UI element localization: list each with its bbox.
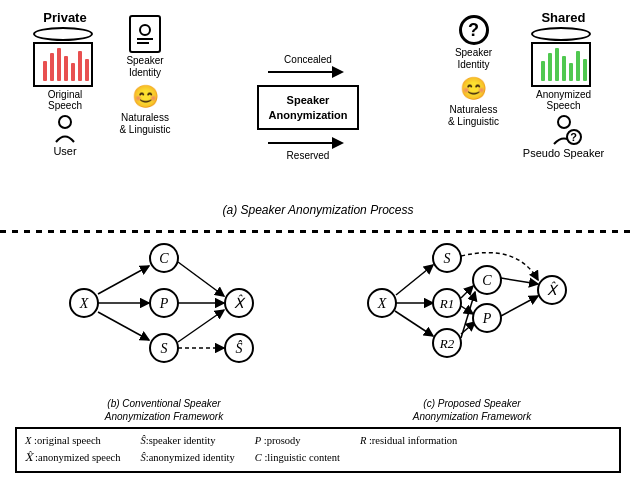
svg-line-30 bbox=[461, 322, 475, 334]
speaker-identity-right: ? SpeakerIdentity 😊 Naturaless& Linguist… bbox=[436, 15, 511, 128]
caption-a: (a) Speaker Anonymization Process bbox=[20, 203, 616, 217]
svg-point-0 bbox=[59, 116, 71, 128]
legend-col-4: R :residual information bbox=[360, 433, 457, 467]
pseudo-question-badge: ? bbox=[566, 129, 582, 145]
reserved-arrow-group: Reserved bbox=[268, 136, 348, 161]
smiley-right: 😊 bbox=[460, 76, 487, 102]
graph-b-svg: X C P S X̂ Ŝ bbox=[10, 238, 318, 368]
shared-label: Shared bbox=[541, 10, 585, 25]
private-group: Private OriginalSpeech bbox=[20, 10, 110, 157]
legend-p: P :prosody bbox=[255, 433, 340, 450]
cylinder-text: OriginalSpeech bbox=[48, 89, 82, 111]
svg-text:X: X bbox=[377, 296, 387, 311]
naturaless-left-label: Naturaless& Linguistic bbox=[119, 112, 170, 136]
question-circle-top: ? bbox=[459, 15, 489, 45]
shared-cylinder-lines bbox=[541, 46, 587, 81]
anonymization-box: SpeakerAnonymization bbox=[257, 85, 360, 130]
reserved-label: Reserved bbox=[287, 150, 330, 161]
speaker-identity-left-label: SpeakerIdentity bbox=[126, 55, 163, 79]
bottom-section: X C P S X̂ Ŝ (b) Conventional SpeakerAno… bbox=[0, 238, 636, 478]
svg-text:X: X bbox=[79, 296, 89, 311]
svg-text:C: C bbox=[482, 273, 492, 288]
svg-line-26 bbox=[501, 278, 538, 284]
reserved-arrow bbox=[268, 136, 348, 150]
svg-line-27 bbox=[461, 286, 473, 298]
private-label: Private bbox=[43, 10, 86, 25]
svg-point-3 bbox=[558, 116, 570, 128]
id-lines bbox=[137, 38, 153, 44]
dashed-divider bbox=[0, 230, 636, 233]
legend-col-2: Ŝ:speaker identity Ŝ:anonymized identity bbox=[141, 433, 235, 467]
svg-text:P: P bbox=[159, 296, 169, 311]
smiley-left: 😊 bbox=[132, 84, 159, 110]
svg-text:R1: R1 bbox=[439, 296, 454, 311]
cylinder-lines bbox=[43, 46, 89, 81]
concealed-arrow-group: Concealed bbox=[268, 54, 348, 79]
shared-cylinder-text: AnonymizedSpeech bbox=[536, 89, 591, 111]
svg-line-31 bbox=[501, 296, 538, 316]
arrow-anon-section: Concealed SpeakerAnonymization Reserved bbox=[180, 15, 436, 200]
shared-cylinder-body bbox=[531, 42, 591, 87]
concealed-arrow bbox=[268, 65, 348, 79]
caption-c: (c) Proposed SpeakerAnonymization Framew… bbox=[408, 395, 536, 425]
shared-cylinder-top bbox=[531, 27, 591, 41]
graph-b-canvas: X C P S X̂ Ŝ bbox=[10, 238, 318, 395]
svg-line-29 bbox=[461, 306, 473, 314]
cylinder-body bbox=[33, 42, 93, 87]
shared-cylinder bbox=[531, 27, 596, 87]
svg-text:S: S bbox=[161, 341, 168, 356]
legend-shat: Ŝ:anonymized identity bbox=[141, 450, 235, 467]
id-head bbox=[139, 24, 151, 36]
speaker-identity-left: SpeakerIdentity 😊 Naturaless& Linguistic bbox=[110, 15, 180, 136]
svg-text:Ŝ: Ŝ bbox=[236, 340, 243, 356]
svg-text:R2: R2 bbox=[439, 336, 455, 351]
legend-r: R :residual information bbox=[360, 433, 457, 450]
svg-text:C: C bbox=[159, 251, 169, 266]
graph-b-panel: X C P S X̂ Ŝ (b) Conventional SpeakerAno… bbox=[10, 238, 318, 425]
legend-s: Ŝ:speaker identity bbox=[141, 433, 235, 450]
graph-c-svg: X S C R1 R2 P X̂ bbox=[318, 238, 626, 368]
speaker-identity-right-label: SpeakerIdentity bbox=[455, 47, 492, 71]
user-label: User bbox=[53, 145, 76, 157]
legend-x: X :original speech bbox=[25, 433, 121, 450]
svg-line-25 bbox=[395, 311, 433, 336]
svg-line-4 bbox=[98, 266, 149, 294]
cylinder-top bbox=[33, 27, 93, 41]
legend-xhat: X̂ :anonymized speech bbox=[25, 450, 121, 467]
concealed-label: Concealed bbox=[284, 54, 332, 65]
private-cylinder bbox=[33, 27, 98, 87]
legend-box: X :original speech X̂ :anonymized speech… bbox=[15, 427, 621, 473]
svg-line-23 bbox=[396, 265, 433, 295]
svg-text:S: S bbox=[444, 251, 451, 266]
naturaless-right-label: Naturaless& Linguistic bbox=[448, 104, 499, 128]
svg-text:P: P bbox=[482, 311, 492, 326]
shared-group: Shared AnonymizedSpeech bbox=[511, 10, 616, 159]
svg-line-7 bbox=[178, 262, 224, 296]
pseudo-speaker-icon: ? bbox=[550, 115, 578, 145]
top-section: Private OriginalSpeech bbox=[0, 0, 636, 230]
legend-col-3: P :prosody C :linguistic content bbox=[255, 433, 340, 467]
id-card-icon bbox=[129, 15, 161, 53]
legend-c: C :linguistic content bbox=[255, 450, 340, 467]
user-icon bbox=[54, 115, 76, 143]
graph-c-canvas: X S C R1 R2 P X̂ bbox=[318, 238, 626, 395]
caption-b: (b) Conventional SpeakerAnonymization Fr… bbox=[100, 395, 228, 425]
svg-line-10 bbox=[178, 310, 224, 342]
legend-col-1: X :original speech X̂ :anonymized speech bbox=[25, 433, 121, 467]
graphs-row: X C P S X̂ Ŝ (b) Conventional SpeakerAno… bbox=[10, 238, 626, 425]
graph-c-panel: X S C R1 R2 P X̂ (c) Proposed SpeakerAno… bbox=[318, 238, 626, 425]
svg-line-6 bbox=[98, 312, 149, 340]
pseudo-speaker-label: Pseudo Speaker bbox=[523, 147, 604, 159]
pseudo-speaker-group: ? Pseudo Speaker bbox=[523, 115, 604, 159]
